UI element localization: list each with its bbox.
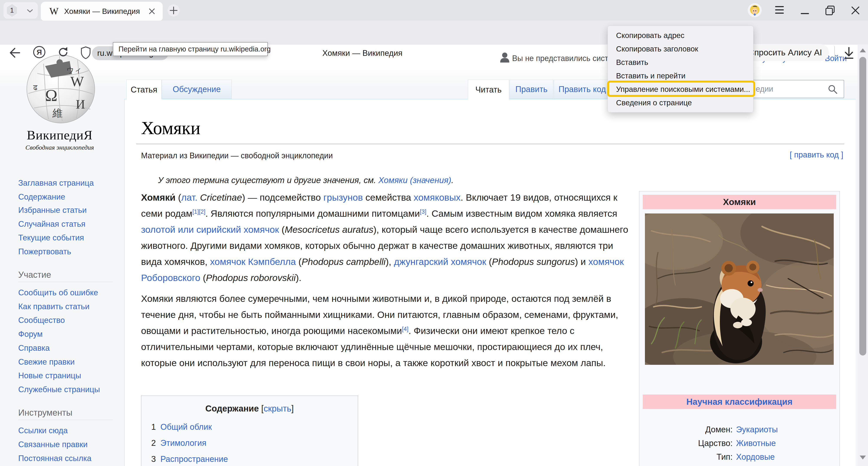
sidebar-item-contents[interactable]: Содержание [18, 192, 65, 202]
browser-window: Вы не представились системе учётную запи… [0, 0, 868, 466]
scroll-up-arrow-icon[interactable] [860, 49, 866, 52]
tab-group-button[interactable]: 1 [3, 2, 38, 19]
taxobox-title: Хомяки [643, 195, 836, 209]
sidebar-divider [18, 282, 113, 282]
sci-classification-link[interactable]: Научная классификация [686, 397, 793, 407]
new-tab-button[interactable] [167, 4, 180, 17]
toc-item-2[interactable]: 2 Этимология [151, 438, 206, 448]
taxo-label: Царство: [639, 436, 733, 450]
toc-number: 1 [151, 423, 156, 432]
menu-item-paste-and-go[interactable]: Вставить и перейти [608, 69, 753, 83]
article-body: Хомяки́ (лат. Cricetinae) — подсемейство… [141, 190, 628, 371]
taxo-row-domain: Домен: Эукариоты [639, 423, 840, 436]
taxo-row-kingdom: Царство: Животные [639, 436, 840, 450]
avatar[interactable] [748, 3, 762, 17]
toc-link[interactable]: Этимология [160, 438, 206, 447]
back-icon[interactable] [9, 47, 21, 58]
tab-strip: 1 W Хомяки — Википедия [0, 0, 868, 21]
yandex-button-icon[interactable]: Я [33, 46, 46, 59]
tab-article[interactable]: Статья [126, 80, 162, 99]
title-rule [136, 144, 844, 144]
article-subtitle: Материал из Википедии — свободной энцикл… [141, 151, 333, 160]
sidebar-item-related-changes[interactable]: Связанные правки [18, 439, 88, 449]
chevron-down-icon[interactable] [27, 9, 33, 12]
toc-title: Содержание [205, 404, 259, 413]
sidebar-item-what-links-here[interactable]: Ссылки сюда [18, 426, 68, 436]
scrollbar[interactable] [858, 45, 868, 466]
sidebar-item-permanent-link[interactable]: Постоянная ссылка [18, 454, 91, 463]
svg-text:ウィ: ウィ [66, 66, 82, 75]
toolbar-divider [834, 46, 835, 59]
table-of-contents: Содержание [скрыть] 1 Общий облик 2 Этим… [141, 396, 358, 466]
hamster-photo[interactable] [645, 213, 834, 365]
taxo-label: Тип: [639, 450, 733, 464]
browser-menu-icon[interactable] [775, 6, 784, 14]
menu-item-copy-address[interactable]: Скопировать адрес [608, 29, 753, 42]
taxo-value-link[interactable]: Эукариоты [736, 423, 778, 436]
sidebar-item-special-pages[interactable]: Служебные страницы [18, 385, 100, 395]
page-title: Хомяки [141, 117, 200, 139]
scrollbar-thumb[interactable] [859, 57, 866, 355]
shield-icon[interactable] [80, 46, 91, 59]
restore-window-icon[interactable] [825, 5, 836, 16]
tab-counter-badge[interactable]: 1 [6, 4, 18, 17]
sidebar-item-community[interactable]: Сообщество [18, 315, 65, 325]
toc-hide-link[interactable]: скрыть [264, 404, 291, 413]
sidebar-section-participation: Участие [18, 269, 51, 280]
paragraph-2: Хомяки являются более сумеречными, чем н… [141, 291, 628, 371]
sidebar-item-recent-changes[interactable]: Свежие правки [18, 357, 75, 367]
close-window-icon[interactable] [850, 6, 860, 15]
sci-classification-header: Научная классификация [643, 395, 836, 409]
toc-title-row: Содержание [скрыть] [141, 404, 358, 413]
tab-edit[interactable]: Править [509, 80, 553, 99]
menu-item-copy-title[interactable]: Скопировать заголовок [608, 42, 753, 56]
wikipedia-favicon: W [50, 6, 59, 17]
reload-icon[interactable] [57, 46, 69, 58]
tab-read[interactable]: Читать [468, 80, 509, 99]
taxo-value-link[interactable]: Животные [736, 436, 776, 450]
menu-item-paste[interactable]: Вставить [608, 56, 753, 69]
hatnote: У этого термина существуют и другие знач… [158, 175, 454, 185]
wikipedia-tagline: Свободная энциклопедия [9, 144, 111, 151]
wikipedia-wordmark: ВикипедиЯ [9, 128, 111, 143]
toc-link[interactable]: Общий облик [160, 423, 212, 432]
address-bar-context-menu: Скопировать адрес Скопировать заголовок … [608, 26, 753, 113]
scroll-down-arrow-icon[interactable] [860, 456, 866, 460]
tab-talk[interactable]: Обсуждение [162, 80, 232, 99]
minimize-icon[interactable] [801, 13, 809, 14]
toc-link[interactable]: Распространение [160, 455, 228, 464]
taxobox: Хомяки [639, 191, 840, 466]
taxo-row-phylum: Тип: Хордовые [639, 450, 840, 464]
svg-text:維: 維 [52, 108, 63, 119]
svg-text:Я: Я [37, 48, 42, 56]
sidebar-item-report-error[interactable]: Сообщить об ошибке [18, 288, 98, 298]
tab-edit-source[interactable]: Править код [554, 80, 611, 99]
toc-item-1[interactable]: 1 Общий облик [151, 423, 212, 432]
toc-item-3[interactable]: 3 Распространение [151, 455, 228, 464]
svg-text:W: W [70, 74, 84, 89]
downloads-icon[interactable] [843, 46, 855, 60]
sidebar-section-tools: Инструменты [18, 407, 72, 418]
sidebar-item-how-to-edit[interactable]: Как править статьи [18, 302, 89, 312]
sidebar-item-main-page[interactable]: Заглавная страница [18, 178, 94, 188]
plus-icon [169, 6, 178, 14]
browser-tab-active[interactable]: W Хомяки — Википедия [41, 2, 163, 21]
menu-item-manage-search-engines[interactable]: Управление поисковыми системами... [608, 83, 753, 96]
tab-close-icon[interactable] [148, 8, 155, 15]
sidebar-item-featured[interactable]: Избранные статьи [18, 205, 87, 215]
sidebar-item-random[interactable]: Случайная статья [18, 219, 86, 229]
sidebar-item-current-events[interactable]: Текущие события [18, 233, 84, 243]
edit-code-link[interactable]: [ править код ] [738, 150, 843, 159]
toc-number: 2 [151, 438, 156, 447]
sidebar-item-donate[interactable]: Пожертвовать [18, 247, 71, 257]
toc-number: 3 [151, 455, 156, 464]
taxo-value-link[interactable]: Хордовые [736, 450, 775, 464]
search-icon[interactable] [828, 84, 838, 95]
toc-bracket-close: ] [291, 404, 294, 413]
wikipedia-globe-logo[interactable]: Ω W И 維 ウィ ढ [24, 52, 98, 126]
svg-text:Ω: Ω [45, 86, 58, 105]
sidebar-item-forum[interactable]: Форум [18, 329, 42, 339]
sidebar-item-new-pages[interactable]: Новые страницы [18, 371, 81, 381]
menu-item-page-info[interactable]: Сведения о странице [608, 96, 753, 110]
sidebar-item-help[interactable]: Справка [18, 343, 50, 353]
